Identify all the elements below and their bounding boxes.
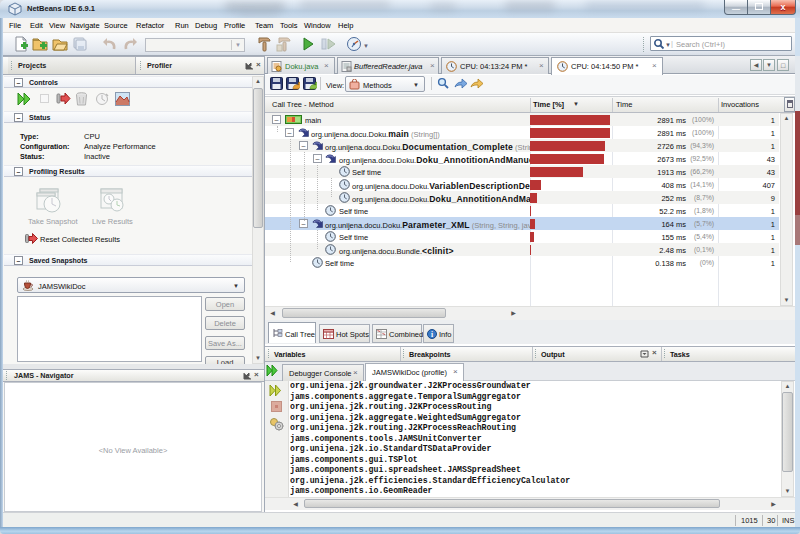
svg-text:i: i bbox=[431, 330, 433, 339]
